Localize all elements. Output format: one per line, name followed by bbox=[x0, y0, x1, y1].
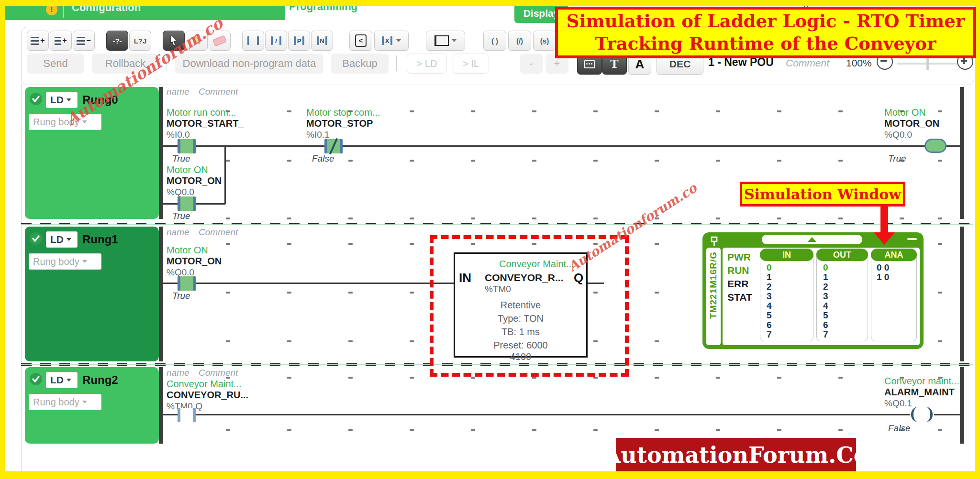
in-bit[interactable]: 1 bbox=[767, 272, 772, 283]
coil-state: False bbox=[888, 424, 910, 434]
zoom-out-step-button[interactable]: - bbox=[520, 54, 543, 74]
grid-mark bbox=[938, 110, 942, 112]
grid-mark bbox=[532, 218, 536, 219]
out-bit: 6 bbox=[823, 320, 828, 330]
toolbar-divider bbox=[396, 55, 397, 71]
operation-block-button[interactable]: X bbox=[374, 31, 409, 51]
contact-rising-button[interactable]: P bbox=[288, 31, 310, 51]
in-bit[interactable]: 2 bbox=[767, 282, 772, 292]
frame-left bbox=[0, 0, 5, 479]
rung2-header-panel[interactable]: LD Rung2 Rung body bbox=[25, 367, 159, 444]
grid-mark bbox=[938, 292, 942, 294]
grid-mark bbox=[348, 377, 353, 379]
grid-mark bbox=[532, 377, 536, 379]
grid-mark bbox=[410, 243, 414, 245]
comment-bubble-icon bbox=[584, 60, 595, 68]
rung2-comment-field[interactable]: Comment bbox=[199, 368, 238, 378]
contact-conveyor-run[interactable] bbox=[178, 408, 196, 422]
grid-mark bbox=[716, 218, 720, 219]
contact-nc-icon bbox=[271, 36, 273, 45]
grid-mark bbox=[593, 377, 598, 379]
rung2-body-dropdown[interactable]: Rung body bbox=[29, 394, 101, 410]
grid-mark bbox=[348, 243, 353, 245]
grid-mark bbox=[938, 218, 942, 219]
contact-address: %Q0.0 bbox=[167, 187, 194, 197]
rung1-title: Rung1 bbox=[82, 233, 118, 246]
coil-negated-button[interactable]: (/) bbox=[508, 31, 531, 51]
collapse-handle[interactable] bbox=[762, 235, 862, 244]
backup-button[interactable]: Backup bbox=[331, 54, 389, 74]
coil-symbol: ALARM_MAINT bbox=[884, 387, 955, 397]
contact-motor-start[interactable] bbox=[178, 139, 196, 153]
grid-mark bbox=[655, 340, 659, 342]
grid-mark bbox=[226, 429, 230, 431]
rung0-language-dropdown[interactable]: LD bbox=[46, 92, 78, 108]
contact-motor-on[interactable] bbox=[178, 276, 196, 291]
status-err: ERR bbox=[727, 277, 748, 291]
zoom-slider-thumb[interactable] bbox=[926, 57, 929, 70]
rung1-comment-field[interactable]: Comment bbox=[199, 228, 238, 238]
in-bit[interactable]: 0 bbox=[767, 263, 772, 273]
contact-symbol: MOTOR_STOP bbox=[306, 118, 373, 129]
in-bit[interactable]: 4 bbox=[767, 301, 772, 311]
contact-motor-stop[interactable] bbox=[324, 139, 343, 153]
pou-comment-field[interactable]: Comment bbox=[786, 57, 829, 68]
plus-icon: + bbox=[40, 36, 45, 45]
grid-mark bbox=[226, 377, 230, 379]
rung1-body-dropdown[interactable]: Rung body bbox=[29, 253, 101, 270]
in-bit[interactable]: 5 bbox=[767, 311, 772, 321]
chevron-down-icon bbox=[67, 379, 71, 381]
in-bit[interactable]: 6 bbox=[767, 320, 772, 330]
minimize-icon[interactable] bbox=[907, 238, 917, 240]
delete-rung-button[interactable]: − bbox=[73, 31, 95, 51]
coil-set-button[interactable]: (s) bbox=[533, 31, 556, 51]
comparison-block-button[interactable]: < bbox=[349, 31, 372, 51]
grid-mark bbox=[900, 377, 904, 379]
simulation-window[interactable]: TM221M16R/G PWR RUN ERR STAT IN 0 1 2 3 … bbox=[702, 232, 924, 349]
to-il-button[interactable]: > IL bbox=[453, 54, 489, 74]
rung1-wire bbox=[163, 283, 454, 284]
toggle-animation-button[interactable]: -?- bbox=[106, 31, 128, 51]
rung0-comment-field[interactable]: Comment bbox=[199, 87, 238, 97]
rung2-name-field[interactable]: name bbox=[167, 368, 189, 378]
branch-question-button[interactable]: L?J bbox=[129, 31, 151, 51]
contact-no-button[interactable] bbox=[242, 31, 264, 51]
rung2-language-dropdown[interactable]: LD bbox=[46, 372, 78, 388]
out-header: OUT bbox=[816, 249, 868, 261]
grid-mark bbox=[471, 110, 475, 112]
rung1-name-field[interactable]: name bbox=[167, 228, 189, 238]
contact-p-icon bbox=[294, 36, 296, 45]
rung-valid-check-icon bbox=[30, 373, 42, 385]
chevron-down-icon bbox=[67, 98, 71, 101]
to-ld-button[interactable]: > LD bbox=[407, 54, 447, 74]
rung1-language-dropdown[interactable]: LD bbox=[46, 231, 78, 248]
coil-button[interactable]: ( ) bbox=[483, 31, 506, 51]
function-block-button[interactable] bbox=[426, 31, 465, 51]
contact-motor-on-branch[interactable] bbox=[178, 196, 196, 211]
grid-mark bbox=[938, 160, 942, 162]
in-bit[interactable]: 3 bbox=[767, 292, 772, 302]
rung0-name-field[interactable]: name bbox=[167, 87, 189, 97]
grid-mark bbox=[716, 110, 720, 112]
rung-valid-check-icon bbox=[30, 232, 42, 245]
grid-mark bbox=[777, 160, 781, 162]
chevron-down-icon bbox=[67, 238, 71, 241]
grid-mark bbox=[410, 160, 414, 162]
download-non-program-data-button[interactable]: Download non-program data bbox=[175, 54, 323, 74]
grid-mark bbox=[471, 218, 475, 219]
contact-falling-button[interactable]: N bbox=[311, 31, 333, 51]
in-bit[interactable]: 7 bbox=[767, 330, 772, 340]
insert-branch-button[interactable]: + bbox=[50, 31, 72, 51]
contact-nc-button[interactable]: / bbox=[265, 31, 287, 51]
frame-right bbox=[975, 0, 980, 479]
grid-mark bbox=[532, 110, 536, 112]
insert-rung-button[interactable]: + bbox=[27, 31, 49, 51]
rung1-header-panel[interactable]: LD Rung1 Rung body bbox=[25, 227, 159, 361]
rung-separator bbox=[21, 223, 973, 225]
coil-state: True bbox=[888, 154, 906, 164]
send-button[interactable]: Send bbox=[27, 54, 84, 74]
coil-motor-on[interactable] bbox=[924, 139, 947, 153]
callout-arrowhead-icon bbox=[874, 232, 895, 245]
pin-icon[interactable] bbox=[709, 236, 720, 248]
grid-mark bbox=[287, 110, 291, 112]
